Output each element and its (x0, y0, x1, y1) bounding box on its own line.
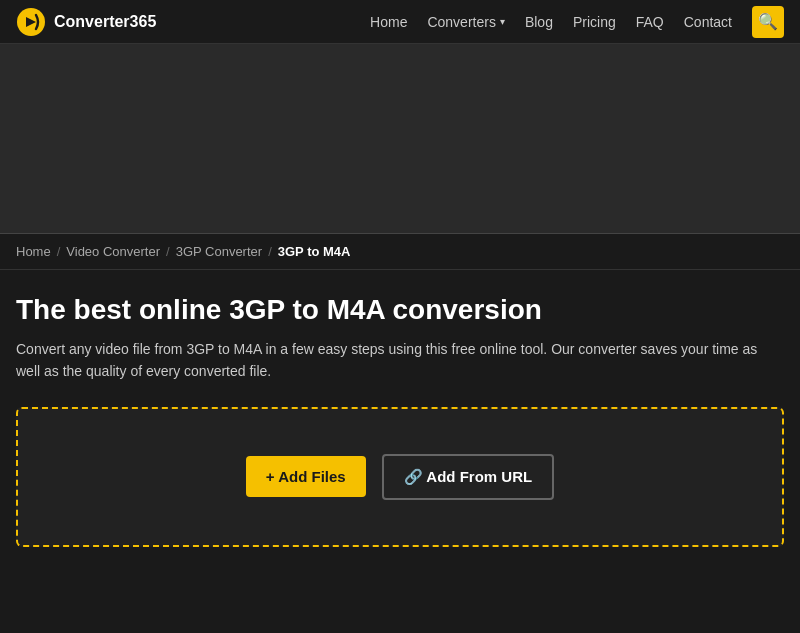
page-description: Convert any video file from 3GP to M4A i… (16, 338, 776, 383)
ad-banner (0, 44, 800, 234)
page-title: The best online 3GP to M4A conversion (16, 294, 784, 326)
nav-faq[interactable]: FAQ (636, 14, 664, 30)
logo-text: Converter365 (54, 13, 156, 31)
nav-converters[interactable]: Converters ▾ (427, 14, 504, 30)
nav-blog[interactable]: Blog (525, 14, 553, 30)
search-button[interactable]: 🔍 (752, 6, 784, 38)
breadcrumb-sep-2: / (166, 244, 170, 259)
site-header: Converter365 Home Converters ▾ Blog Pric… (0, 0, 800, 44)
breadcrumb-video-converter[interactable]: Video Converter (66, 244, 160, 259)
add-from-url-button[interactable]: 🔗 Add From URL (382, 454, 554, 500)
nav-home[interactable]: Home (370, 14, 407, 30)
breadcrumb-sep-3: / (268, 244, 272, 259)
nav-pricing[interactable]: Pricing (573, 14, 616, 30)
breadcrumb-current: 3GP to M4A (278, 244, 351, 259)
upload-dropzone[interactable]: + Add Files 🔗 Add From URL (16, 407, 784, 547)
breadcrumb-3gp-converter[interactable]: 3GP Converter (176, 244, 262, 259)
converters-dropdown-icon: ▾ (500, 16, 505, 27)
logo-icon (16, 7, 46, 37)
nav-contact[interactable]: Contact (684, 14, 732, 30)
logo-area[interactable]: Converter365 (16, 7, 156, 37)
add-files-button[interactable]: + Add Files (246, 456, 366, 497)
breadcrumb-home[interactable]: Home (16, 244, 51, 259)
breadcrumb: Home / Video Converter / 3GP Converter /… (0, 234, 800, 270)
breadcrumb-sep-1: / (57, 244, 61, 259)
search-icon: 🔍 (758, 12, 778, 31)
main-content: The best online 3GP to M4A conversion Co… (0, 270, 800, 563)
main-nav: Home Converters ▾ Blog Pricing FAQ Conta… (370, 6, 784, 38)
